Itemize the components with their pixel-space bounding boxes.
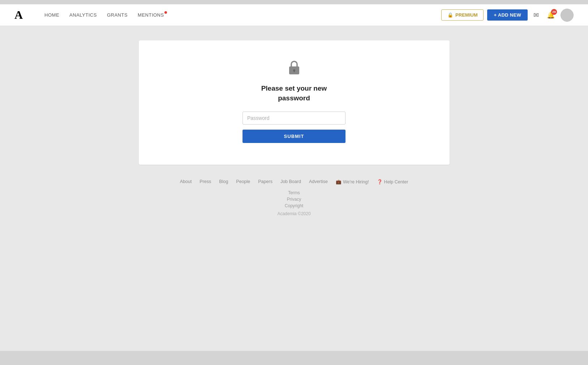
add-new-button[interactable]: + ADD NEW [487,9,528,21]
add-new-label: + ADD NEW [494,12,521,18]
envelope-icon: ✉ [533,11,539,19]
footer-help-center[interactable]: ❓ Help Center [377,179,408,184]
footer-secondary: Terms Privacy Copyright Academia ©2020 [180,190,408,216]
nav-analytics[interactable]: ANALYTICS [69,12,97,18]
navbar: A HOME ANALYTICS GRANTS MENTIONS 🔒 PREMI… [0,4,588,26]
footer-job-board[interactable]: Job Board [280,179,301,184]
footer-papers[interactable]: Papers [258,179,272,184]
notifications-button[interactable]: 🔔 29 [545,9,557,21]
footer-copyright-text: Academia ©2020 [277,211,310,216]
svg-rect-2 [293,70,295,72]
footer-copyright[interactable]: Copyright [285,203,303,208]
footer-hiring[interactable]: 💼 We're Hiring! [336,179,369,184]
footer-people[interactable]: People [236,179,250,184]
footer: About Press Blog People Papers Job Board… [180,179,408,216]
nav-links: HOME ANALYTICS GRANTS MENTIONS [44,12,441,18]
footer-blog[interactable]: Blog [219,179,228,184]
password-card: Please set your new password SUBMIT [139,40,450,165]
help-icon: ❓ [377,179,383,184]
nav-mentions-wrapper: MENTIONS [138,12,164,18]
premium-button[interactable]: 🔒 PREMIUM [441,9,484,21]
nav-grants[interactable]: GRANTS [107,12,128,18]
notification-badge: 29 [551,9,557,15]
nav-mentions[interactable]: MENTIONS [138,12,164,18]
site-logo[interactable]: A [14,8,23,22]
avatar[interactable] [561,9,574,22]
footer-advertise[interactable]: Advertise [309,179,328,184]
footer-terms[interactable]: Terms [288,190,300,195]
password-input[interactable] [243,112,345,125]
footer-privacy[interactable]: Privacy [287,197,301,202]
main-content: Please set your new password SUBMIT Abou… [0,26,588,279]
premium-lock-icon: 🔒 [447,12,453,18]
footer-about[interactable]: About [180,179,192,184]
lock-icon [286,58,303,76]
premium-label: PREMIUM [455,12,477,18]
submit-button[interactable]: SUBMIT [243,130,345,143]
footer-links: About Press Blog People Papers Job Board… [180,179,408,184]
card-title: Please set your new password [261,84,327,103]
lock-icon-wrapper [286,58,303,77]
briefcase-icon: 💼 [336,179,342,184]
footer-press[interactable]: Press [199,179,211,184]
nav-home[interactable]: HOME [44,12,59,18]
messages-button[interactable]: ✉ [531,9,541,21]
nav-right: 🔒 PREMIUM + ADD NEW ✉ 🔔 29 [441,9,574,22]
mentions-dot [164,11,167,14]
